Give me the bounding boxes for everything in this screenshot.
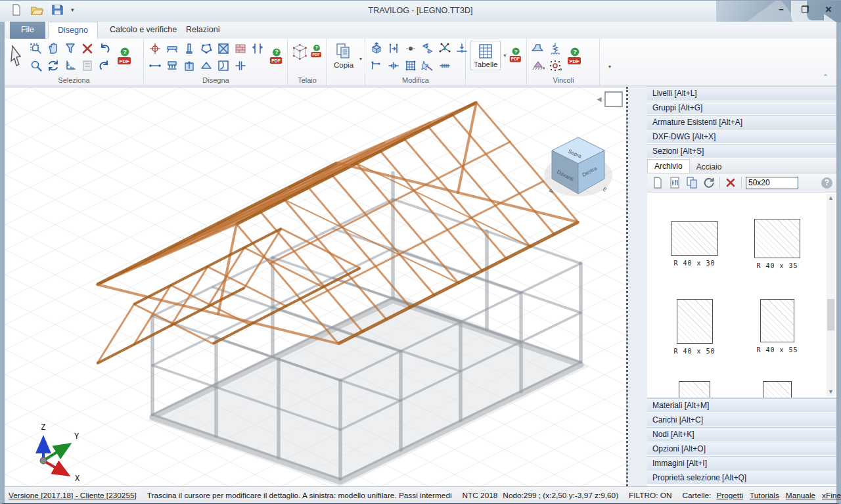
zoom-icon[interactable] [30, 59, 43, 72]
panel-gruppi[interactable]: Gruppi [Alt+G] [647, 101, 836, 115]
model-viewport[interactable]: S E Sopra Davanti Destra ◄ Z Y X [5, 87, 626, 486]
tab-disegno[interactable]: Disegno [48, 22, 98, 39]
pan-hand-icon[interactable] [47, 42, 60, 55]
sections-scrollbar[interactable]: ▲ ▼ [827, 194, 835, 396]
copy-icon [334, 42, 353, 60]
section-item[interactable]: R 40 x 55 [744, 299, 810, 354]
panel-nodi[interactable]: Nodi [Alt+K] [647, 427, 836, 442]
pdf-help-icon[interactable]: ?PDF [509, 46, 522, 66]
section-item[interactable]: R 40 x 35 [744, 219, 810, 269]
mesh-icon[interactable] [404, 59, 417, 72]
plinth-icon[interactable] [532, 42, 545, 55]
filter-icon[interactable] [64, 42, 77, 55]
copy-section-icon[interactable] [685, 176, 698, 189]
delete-section-icon[interactable] [724, 176, 737, 189]
extrude-solid-icon[interactable] [370, 42, 383, 55]
minimize-button[interactable]: − [775, 5, 787, 15]
overflow-dropdown-icon[interactable]: ▾ [608, 64, 611, 70]
panel-opzioni[interactable]: Opzioni [Alt+O] [647, 442, 836, 456]
panel-dxf-dwg[interactable]: DXF-DWG [Alt+X] [647, 129, 836, 144]
new-section-icon[interactable] [651, 176, 664, 189]
wall-icon[interactable] [234, 42, 247, 55]
frame-generator-icon[interactable] [292, 41, 307, 63]
folder-link-progetti[interactable]: Progetti [716, 491, 743, 500]
align-columns-icon[interactable] [251, 42, 264, 55]
ruler-icon[interactable] [64, 59, 77, 72]
section-search-input[interactable] [746, 177, 798, 189]
tab-file[interactable]: File [10, 22, 45, 39]
scroll-down-icon[interactable]: ▼ [827, 388, 835, 396]
curve-icon[interactable] [217, 59, 230, 72]
rotate-view-icon[interactable] [47, 59, 60, 72]
copy-dropdown-icon[interactable]: ▾ [359, 56, 362, 62]
support-beam-icon[interactable] [166, 59, 179, 72]
spring-support-icon[interactable] [549, 42, 562, 55]
panel-livelli[interactable]: Livelli [Alt+L] [647, 86, 836, 101]
node-icon[interactable] [148, 42, 162, 55]
section-item[interactable]: R 40 x 30 [662, 221, 727, 267]
divide-icon[interactable] [438, 59, 451, 72]
ribbon-collapse-icon[interactable]: ⌃ [823, 73, 829, 81]
panel-armature[interactable]: Armature Esistenti [Alt+A] [647, 115, 836, 129]
sections-help-icon[interactable]: ? [821, 177, 832, 189]
panel-carichi[interactable]: Carichi [Alt+C] [647, 413, 836, 427]
tab-relazioni[interactable]: Relazioni [177, 22, 229, 39]
folder-link-tutorials[interactable]: Tutorials [750, 491, 779, 500]
pdf-help-icon[interactable]: ?PDF [116, 47, 132, 67]
panel-proprieta[interactable]: Proprietà selezione [Alt+Q] [647, 470, 836, 485]
sections-list[interactable]: R 40 x 30 R 40 x 35 R 40 x 50 R 40 x 55 [647, 193, 836, 398]
folder-link-manuale[interactable]: Manuale [786, 491, 815, 500]
stretch-icon[interactable] [387, 42, 400, 55]
tables-button[interactable]: Tabelle [470, 41, 501, 70]
version-link[interactable]: Versione [2017.18] - Cliente [230255] [9, 491, 137, 500]
pdf-help-icon[interactable]: ?PDF [269, 47, 283, 67]
panel-immagini[interactable]: Immagini [Alt+I] [647, 456, 836, 470]
tab-acciaio[interactable]: Acciaio [690, 160, 729, 173]
panel-sezioni[interactable]: Sezioni [Alt+S] [647, 144, 836, 158]
svg-text:▾: ▾ [560, 67, 562, 72]
nav-cube[interactable]: S E Sopra Davanti Destra [539, 132, 618, 204]
section-properties-icon[interactable] [668, 176, 681, 189]
slab-icon[interactable] [200, 59, 213, 72]
viewport-maximize-icon[interactable] [604, 91, 623, 107]
extrude-icon[interactable] [183, 59, 196, 72]
section-item[interactable]: R 40 x 50 [662, 299, 727, 355]
pdf-help-icon[interactable]: ?PDF [310, 42, 322, 62]
mirror-icon[interactable] [421, 42, 434, 55]
node-constraint-icon[interactable]: ▾ [549, 59, 562, 72]
line-icon[interactable] [148, 59, 162, 72]
collapse-arrow-icon[interactable]: ◄ [595, 95, 603, 104]
scroll-thumb[interactable] [827, 299, 834, 331]
section-item-partial[interactable] [662, 381, 727, 398]
folder-link-xfinest[interactable]: xFinest [822, 491, 841, 500]
explode-node-icon[interactable] [438, 42, 451, 55]
pointer-icon[interactable] [9, 41, 24, 74]
panel-icon[interactable] [217, 42, 230, 55]
ground-support-icon[interactable]: ▾ [532, 59, 545, 72]
polygon-icon[interactable] [200, 42, 213, 55]
viewport-splitter[interactable] [626, 87, 628, 486]
status-bar: Versione [2017.18] - Cliente [230255] Tr… [5, 486, 836, 503]
restore-button[interactable]: ❐ [799, 5, 811, 15]
tables-dropdown-icon[interactable]: ▾ [503, 53, 506, 58]
section-item-partial[interactable] [744, 381, 810, 398]
pdf-help-icon[interactable]: ?PDF [566, 47, 582, 67]
zoom-window-icon[interactable] [30, 42, 43, 55]
delete-icon[interactable] [81, 42, 94, 55]
column-icon[interactable] [183, 42, 196, 55]
tab-archivio[interactable]: Archivio [647, 159, 690, 173]
redo-icon[interactable] [98, 59, 111, 72]
scroll-up-icon[interactable]: ▲ [827, 194, 835, 202]
panel-materiali[interactable]: Materiali [Alt+M] [647, 398, 836, 413]
beam-icon[interactable] [166, 42, 179, 55]
copy-button[interactable]: Copia [331, 41, 356, 70]
tab-calcolo[interactable]: Calcolo e verifiche [101, 22, 186, 39]
close-button[interactable]: ✕ [823, 5, 834, 15]
wand-icon[interactable] [421, 59, 434, 72]
corner-trim-icon[interactable] [370, 59, 383, 72]
undo-icon[interactable] [98, 42, 111, 55]
refresh-sections-icon[interactable] [702, 176, 716, 189]
hinge-icon[interactable] [234, 59, 247, 72]
split-icon[interactable] [387, 59, 400, 72]
point-icon[interactable] [404, 42, 417, 55]
